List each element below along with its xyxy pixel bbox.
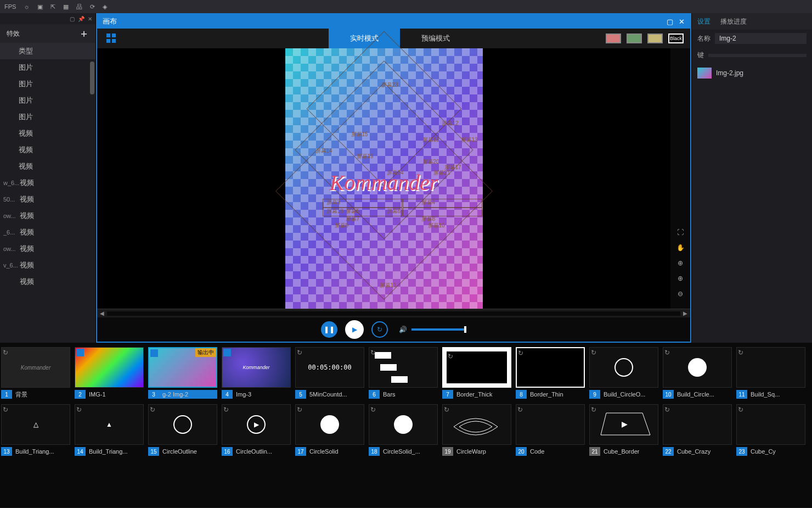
- thumbnail-preview[interactable]: ↻Kommander: [222, 347, 291, 388]
- list-item[interactable]: 视频: [0, 273, 95, 290]
- thumbnail-item[interactable]: ↻15CircleOutline: [148, 404, 217, 456]
- zoom-in-icon[interactable]: ⊕: [678, 275, 683, 282]
- dock-icon[interactable]: ▢: [70, 16, 75, 22]
- list-item[interactable]: w_6...视频: [0, 175, 95, 191]
- thumbnail-item[interactable]: ↻20Code: [516, 404, 585, 456]
- thumbnail-item[interactable]: ↻▶16CircleOutlin...: [222, 404, 291, 456]
- thumbnail-item[interactable]: ↻2IMG-1: [75, 347, 144, 399]
- add-effect-button[interactable]: ＋: [79, 27, 89, 40]
- name-field[interactable]: Img-2: [715, 33, 807, 44]
- swatch-green[interactable]: [627, 34, 642, 43]
- thumbnail-preview[interactable]: ↻: [369, 347, 438, 388]
- file-item[interactable]: Img-2.jpg: [692, 63, 812, 83]
- thumbnail-preview[interactable]: ↻: [369, 404, 438, 445]
- thumbnail-item[interactable]: ↻9Build_CircleO...: [589, 347, 658, 399]
- maximize-icon[interactable]: ▢: [667, 18, 673, 26]
- swatch-yellow[interactable]: [647, 34, 663, 43]
- thumbnail-item[interactable]: ↻23Cube_Cy: [736, 404, 805, 456]
- list-item[interactable]: v_6...视频: [0, 257, 95, 273]
- list-item[interactable]: 图片: [0, 92, 95, 109]
- thumbnail-preview[interactable]: ↻: [663, 347, 732, 388]
- pause-button[interactable]: ❚❚: [321, 321, 337, 338]
- list-item[interactable]: 图片: [0, 76, 95, 92]
- thumbnail-preview[interactable]: ↻Kommander: [1, 347, 70, 388]
- list-item[interactable]: 视频: [0, 125, 95, 142]
- thumbnail-preview[interactable]: ↻: [442, 404, 511, 445]
- list-item[interactable]: 视频: [0, 142, 95, 158]
- fit-icon[interactable]: ⛶: [677, 228, 684, 236]
- scroll-right-icon[interactable]: ▶: [680, 310, 690, 316]
- tab-progress[interactable]: 播放进度: [720, 17, 747, 26]
- thumbnail-preview[interactable]: ↻: [442, 347, 511, 388]
- list-item[interactable]: ow...视频: [0, 208, 95, 224]
- thumbnail-item[interactable]: ↻11Build_Sq...: [736, 347, 805, 399]
- export-icon[interactable]: ⇱: [50, 3, 55, 10]
- thumbnail-preview[interactable]: ↻: [148, 404, 217, 445]
- thumbnail-preview[interactable]: ↻输出中: [148, 347, 217, 388]
- thumbnail-preview[interactable]: ↻: [516, 404, 585, 445]
- grid-toggle-icon[interactable]: [103, 34, 120, 43]
- zoom-out-icon[interactable]: ⊖: [678, 290, 683, 298]
- thumbnail-item[interactable]: ↻17CircleSolid: [295, 404, 364, 456]
- thumbnail-preview[interactable]: ↻: [736, 404, 805, 445]
- loop-button[interactable]: ↻: [371, 321, 388, 338]
- scroll-left-icon[interactable]: ◀: [97, 310, 107, 316]
- thumbnail-item[interactable]: ↻6Bars: [369, 347, 438, 399]
- canvas-viewport[interactable]: Kommander 屏幕3屏幕4屏幕5屏幕6屏幕7屏幕8屏幕9屏幕10屏幕11屏…: [97, 48, 670, 309]
- layers-icon[interactable]: 品: [76, 3, 82, 11]
- volume-icon[interactable]: 🔊: [399, 326, 407, 333]
- thumbnail-item[interactable]: ↻7Border_Thick: [442, 347, 511, 399]
- thumbnail-preview[interactable]: ↻: [75, 347, 144, 388]
- list-item[interactable]: 50...视频: [0, 191, 95, 208]
- list-item[interactable]: 视频: [0, 158, 95, 175]
- swatch-red[interactable]: [606, 34, 621, 43]
- monitor-icon[interactable]: ▣: [37, 3, 43, 10]
- thumbnail-preview[interactable]: ↻: [736, 347, 805, 388]
- swatch-black[interactable]: Black: [668, 34, 684, 43]
- thumbnail-item[interactable]: ↻22Cube_Crazy: [663, 404, 732, 456]
- thumbnail-preview[interactable]: ↻▲: [75, 404, 144, 445]
- pin-icon[interactable]: 📌: [78, 16, 84, 22]
- list-item[interactable]: 图片: [0, 109, 95, 125]
- thumbnail-item[interactable]: ↻Kommander1背景: [1, 347, 70, 399]
- thumbnail-item[interactable]: ↻▶21Cube_Border: [589, 404, 658, 456]
- list-item[interactable]: ow...视频: [0, 241, 95, 257]
- tab-pre-mode[interactable]: 预编模式: [400, 29, 471, 48]
- thumbnail-label: Build_CircleO...: [600, 391, 645, 398]
- refresh-icon[interactable]: ⟳: [90, 3, 95, 10]
- hand-icon[interactable]: ✋: [676, 244, 685, 252]
- network-icon[interactable]: ◈: [103, 3, 107, 10]
- canvas-h-scrollbar[interactable]: ◀ ▶: [97, 309, 690, 317]
- left-scrollbar[interactable]: [90, 59, 94, 343]
- play-button[interactable]: ▶: [345, 320, 364, 339]
- list-item[interactable]: 图片: [0, 59, 95, 76]
- key-field[interactable]: [708, 54, 807, 57]
- thumbnail-item[interactable]: ↻△13Build_Triang...: [1, 404, 70, 456]
- thumbnail-preview[interactable]: ↻▶: [222, 404, 291, 445]
- close-window-icon[interactable]: ✕: [679, 18, 685, 26]
- volume-slider[interactable]: [411, 328, 466, 331]
- sun-icon[interactable]: ☼: [24, 3, 29, 10]
- thumbnail-preview[interactable]: ↻00:05:00:00: [295, 347, 364, 388]
- thumbnail-label: Build_Triang...: [12, 448, 54, 455]
- thumbnail-preview[interactable]: ↻△: [1, 404, 70, 445]
- target-icon[interactable]: ⊕: [678, 259, 683, 267]
- thumbnail-preview[interactable]: ↻: [516, 347, 585, 388]
- thumbnail-item[interactable]: ↻8Border_Thin: [516, 347, 585, 399]
- thumbnail-item[interactable]: ↻Kommander4Img-3: [222, 347, 291, 399]
- thumbnail-item[interactable]: ↻输出中3g-2 Img-2: [148, 347, 217, 399]
- close-icon[interactable]: ✕: [88, 16, 92, 22]
- thumbnail-preview[interactable]: ↻: [663, 404, 732, 445]
- thumbnail-item[interactable]: ↻00:05:00:0055MinCountd...: [295, 347, 364, 399]
- thumbnail-item[interactable]: ↻▲14Build_Triang...: [75, 404, 144, 456]
- thumbnail-preview[interactable]: ↻: [589, 347, 658, 388]
- grid-icon[interactable]: ▦: [63, 3, 69, 10]
- thumbnail-item[interactable]: ↻10Build_Circle...: [663, 347, 732, 399]
- thumbnail-item[interactable]: ↻19CircleWarp: [442, 404, 511, 456]
- tab-settings[interactable]: 设置: [697, 17, 710, 26]
- thumbnail-preview[interactable]: ↻: [295, 404, 364, 445]
- canvas-artwork[interactable]: Kommander 屏幕3屏幕4屏幕5屏幕6屏幕7屏幕8屏幕9屏幕10屏幕11屏…: [285, 48, 483, 309]
- thumbnail-preview[interactable]: ↻▶: [589, 404, 658, 445]
- list-item[interactable]: _6...视频: [0, 224, 95, 241]
- thumbnail-item[interactable]: ↻18CircleSolid_...: [369, 404, 438, 456]
